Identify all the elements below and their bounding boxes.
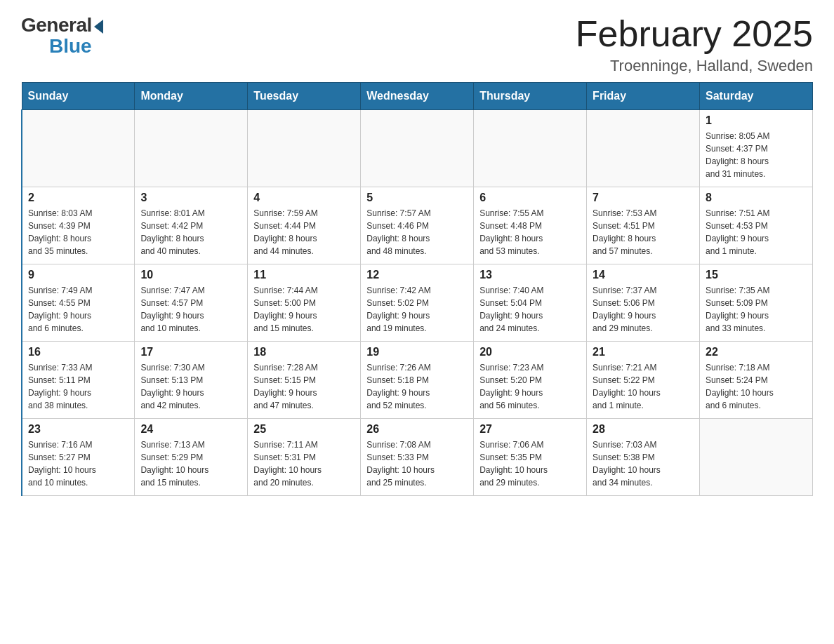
day-number: 2 [28,192,128,204]
day-number: 28 [593,423,694,436]
day-number: 25 [253,423,355,436]
calendar-cell: 23Sunrise: 7:16 AMSunset: 5:27 PMDayligh… [22,419,135,496]
day-number: 7 [593,192,694,204]
day-number: 11 [253,269,355,281]
day-number: 27 [479,423,581,436]
day-info: Sunrise: 7:49 AMSunset: 4:55 PMDaylight:… [28,284,128,335]
logo: General Blue [21,14,103,58]
day-number: 3 [140,192,241,204]
calendar-cell: 13Sunrise: 7:40 AMSunset: 5:04 PMDayligh… [474,264,587,342]
day-info: Sunrise: 7:40 AMSunset: 5:04 PMDaylight:… [479,284,581,335]
calendar-cell: 17Sunrise: 7:30 AMSunset: 5:13 PMDayligh… [135,342,248,419]
calendar-cell [135,110,248,187]
day-number: 4 [253,192,355,204]
day-number: 10 [140,269,241,281]
calendar-cell: 20Sunrise: 7:23 AMSunset: 5:20 PMDayligh… [474,342,587,419]
weekday-header-row: SundayMondayTuesdayWednesdayThursdayFrid… [22,83,813,110]
day-number: 17 [140,346,241,358]
day-info: Sunrise: 7:55 AMSunset: 4:48 PMDaylight:… [479,207,581,257]
weekday-header-sunday: Sunday [22,83,135,110]
calendar-cell: 26Sunrise: 7:08 AMSunset: 5:33 PMDayligh… [361,419,474,496]
day-info: Sunrise: 7:13 AMSunset: 5:29 PMDaylight:… [140,438,241,489]
day-number: 22 [706,346,807,358]
calendar-cell: 8Sunrise: 7:51 AMSunset: 4:53 PMDaylight… [700,187,813,264]
calendar-cell: 28Sunrise: 7:03 AMSunset: 5:38 PMDayligh… [587,419,700,496]
day-info: Sunrise: 7:23 AMSunset: 5:20 PMDaylight:… [479,361,581,412]
day-number: 23 [28,423,128,436]
day-info: Sunrise: 7:21 AMSunset: 5:22 PMDaylight:… [593,361,694,412]
week-row-2: 2Sunrise: 8:03 AMSunset: 4:39 PMDaylight… [22,187,813,264]
day-info: Sunrise: 7:06 AMSunset: 5:35 PMDaylight:… [479,438,581,489]
calendar-cell: 15Sunrise: 7:35 AMSunset: 5:09 PMDayligh… [700,264,813,342]
calendar-cell: 27Sunrise: 7:06 AMSunset: 5:35 PMDayligh… [474,419,587,496]
calendar-cell: 18Sunrise: 7:28 AMSunset: 5:15 PMDayligh… [248,342,361,419]
day-info: Sunrise: 8:05 AMSunset: 4:37 PMDaylight:… [706,130,807,180]
day-info: Sunrise: 7:59 AMSunset: 4:44 PMDaylight:… [253,207,355,257]
calendar-cell: 7Sunrise: 7:53 AMSunset: 4:51 PMDaylight… [587,187,700,264]
day-info: Sunrise: 7:37 AMSunset: 5:06 PMDaylight:… [593,284,694,335]
day-info: Sunrise: 7:51 AMSunset: 4:53 PMDaylight:… [706,207,807,257]
calendar-cell: 5Sunrise: 7:57 AMSunset: 4:46 PMDaylight… [361,187,474,264]
calendar-cell: 22Sunrise: 7:18 AMSunset: 5:24 PMDayligh… [700,342,813,419]
month-title: February 2025 [576,14,813,54]
day-info: Sunrise: 7:53 AMSunset: 4:51 PMDaylight:… [593,207,694,257]
calendar-cell [700,419,813,496]
calendar-cell: 11Sunrise: 7:44 AMSunset: 5:00 PMDayligh… [248,264,361,342]
day-info: Sunrise: 7:26 AMSunset: 5:18 PMDaylight:… [366,361,468,412]
calendar-cell: 16Sunrise: 7:33 AMSunset: 5:11 PMDayligh… [22,342,135,419]
day-number: 15 [706,269,807,281]
calendar-cell: 1Sunrise: 8:05 AMSunset: 4:37 PMDaylight… [700,110,813,187]
day-number: 14 [593,269,694,281]
weekday-header-saturday: Saturday [700,83,813,110]
calendar-cell: 9Sunrise: 7:49 AMSunset: 4:55 PMDaylight… [22,264,135,342]
day-number: 16 [28,346,128,358]
week-row-4: 16Sunrise: 7:33 AMSunset: 5:11 PMDayligh… [22,342,813,419]
day-number: 13 [479,269,581,281]
day-number: 9 [28,269,128,281]
day-info: Sunrise: 7:33 AMSunset: 5:11 PMDaylight:… [28,361,128,412]
day-info: Sunrise: 8:01 AMSunset: 4:42 PMDaylight:… [140,207,241,257]
logo-blue-text: Blue [49,35,92,58]
weekday-header-tuesday: Tuesday [248,83,361,110]
calendar-cell [587,110,700,187]
day-number: 6 [479,192,581,204]
calendar-cell: 6Sunrise: 7:55 AMSunset: 4:48 PMDaylight… [474,187,587,264]
day-number: 5 [366,192,468,204]
weekday-header-monday: Monday [135,83,248,110]
calendar-cell [361,110,474,187]
day-info: Sunrise: 7:16 AMSunset: 5:27 PMDaylight:… [28,438,128,489]
weekday-header-friday: Friday [587,83,700,110]
day-number: 24 [140,423,241,436]
page-header: General Blue February 2025 Troenninge, H… [21,14,813,75]
day-info: Sunrise: 7:44 AMSunset: 5:00 PMDaylight:… [253,284,355,335]
calendar-cell: 21Sunrise: 7:21 AMSunset: 5:22 PMDayligh… [587,342,700,419]
calendar-cell: 4Sunrise: 7:59 AMSunset: 4:44 PMDaylight… [248,187,361,264]
day-number: 26 [366,423,468,436]
day-info: Sunrise: 7:30 AMSunset: 5:13 PMDaylight:… [140,361,241,412]
calendar-table: SundayMondayTuesdayWednesdayThursdayFrid… [21,82,813,496]
day-number: 18 [253,346,355,358]
day-number: 20 [479,346,581,358]
calendar-cell: 3Sunrise: 8:01 AMSunset: 4:42 PMDaylight… [135,187,248,264]
calendar-cell: 12Sunrise: 7:42 AMSunset: 5:02 PMDayligh… [361,264,474,342]
day-info: Sunrise: 7:28 AMSunset: 5:15 PMDaylight:… [253,361,355,412]
location: Troenninge, Halland, Sweden [576,57,813,75]
day-number: 21 [593,346,694,358]
day-number: 1 [706,114,807,127]
week-row-3: 9Sunrise: 7:49 AMSunset: 4:55 PMDaylight… [22,264,813,342]
title-section: February 2025 Troenninge, Halland, Swede… [576,14,813,75]
calendar-cell: 2Sunrise: 8:03 AMSunset: 4:39 PMDaylight… [22,187,135,264]
day-info: Sunrise: 7:11 AMSunset: 5:31 PMDaylight:… [253,438,355,489]
day-info: Sunrise: 7:42 AMSunset: 5:02 PMDaylight:… [366,284,468,335]
day-info: Sunrise: 7:18 AMSunset: 5:24 PMDaylight:… [706,361,807,412]
day-info: Sunrise: 7:57 AMSunset: 4:46 PMDaylight:… [366,207,468,257]
week-row-1: 1Sunrise: 8:05 AMSunset: 4:37 PMDaylight… [22,110,813,187]
day-info: Sunrise: 7:03 AMSunset: 5:38 PMDaylight:… [593,438,694,489]
day-number: 19 [366,346,468,358]
weekday-header-wednesday: Wednesday [361,83,474,110]
day-info: Sunrise: 7:35 AMSunset: 5:09 PMDaylight:… [706,284,807,335]
week-row-5: 23Sunrise: 7:16 AMSunset: 5:27 PMDayligh… [22,419,813,496]
calendar-cell [22,110,135,187]
calendar-cell [248,110,361,187]
calendar-cell: 10Sunrise: 7:47 AMSunset: 4:57 PMDayligh… [135,264,248,342]
